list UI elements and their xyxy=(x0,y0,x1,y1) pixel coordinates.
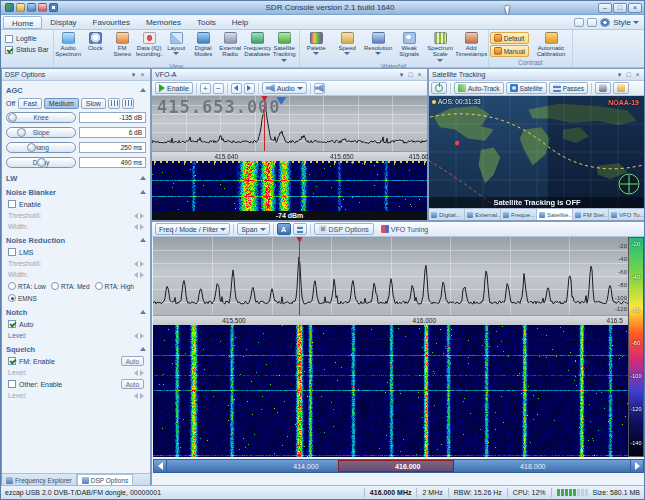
notch-auto-row[interactable]: Auto xyxy=(2,318,150,330)
slope-slider[interactable]: Slope xyxy=(6,127,76,138)
span-dropdown[interactable]: Span xyxy=(237,223,269,235)
zoom-out-button[interactable]: − xyxy=(213,83,224,94)
contrast-default-button[interactable]: Default xyxy=(490,32,529,44)
tab-satellite[interactable]: Satellite... xyxy=(537,209,573,220)
snapshot-button[interactable] xyxy=(595,82,611,94)
nb-width-row[interactable]: Width: xyxy=(2,221,150,232)
resolution-button[interactable]: Resolution xyxy=(363,31,394,62)
nb-enable-checkbox[interactable] xyxy=(8,200,16,208)
window-layout-icon[interactable] xyxy=(574,18,584,27)
scroll-left-button[interactable] xyxy=(153,459,167,473)
tab-frequency[interactable]: Freque... xyxy=(501,209,537,220)
satellite-tracking-button[interactable]: Satellite Tracking xyxy=(271,31,298,62)
stepper-icons[interactable] xyxy=(134,272,144,278)
other-enable-checkbox[interactable] xyxy=(8,380,16,388)
delay-value-box[interactable]: 490 ms xyxy=(79,157,146,168)
help-icon[interactable] xyxy=(49,3,58,12)
folder-button[interactable] xyxy=(613,82,629,94)
squelch-section-header[interactable]: Squelch xyxy=(2,343,150,355)
contrast-manual-button[interactable]: Manual xyxy=(490,45,529,57)
add-timestamps-button[interactable]: Add Timestamps xyxy=(456,31,487,62)
logfile-toggle[interactable]: Logfile xyxy=(5,35,49,43)
passes-button[interactable]: Passes xyxy=(549,82,588,94)
scroll-right-button[interactable] xyxy=(630,459,644,473)
collapse-icon[interactable] xyxy=(140,310,146,314)
nb-enable-row[interactable]: Enable xyxy=(2,198,150,210)
close-button[interactable]: × xyxy=(628,3,642,13)
satellite-select-button[interactable]: Satellite xyxy=(506,82,547,94)
automatic-calibration-button[interactable]: Automatic Calibration xyxy=(531,31,571,58)
agc-graph-icon-button[interactable] xyxy=(122,98,134,109)
spectrum-scale-button[interactable]: Spectrum Scale xyxy=(425,31,456,62)
agc-slow-button[interactable]: Slow xyxy=(81,98,106,109)
vfo-spectrum[interactable] xyxy=(152,96,427,151)
nr-width-row[interactable]: Width: xyxy=(2,269,150,280)
step-up-button[interactable] xyxy=(244,83,255,94)
stepper-icons[interactable] xyxy=(134,333,144,339)
panel-close-icon[interactable]: × xyxy=(138,70,147,79)
nb-threshold-row[interactable]: Threshold: xyxy=(2,210,150,221)
window-restore-icon[interactable] xyxy=(587,18,597,27)
nr-lms-row[interactable]: LMS xyxy=(2,246,150,258)
tab-external[interactable]: External... xyxy=(465,209,501,220)
palette-button[interactable]: Palette xyxy=(301,31,332,62)
stepper-icons[interactable] xyxy=(134,224,144,230)
tab-vfo-tuning[interactable]: VFO Tu... xyxy=(609,209,645,220)
style-dropdown[interactable]: Style xyxy=(613,18,639,27)
auto-track-button[interactable]: Auto-Track xyxy=(454,82,504,94)
tab-digital[interactable]: Digital... xyxy=(429,209,465,220)
audio-spectrum-button[interactable]: Audio Spectrum xyxy=(55,31,82,62)
weak-signals-button[interactable]: Weak Signals xyxy=(394,31,425,62)
notch-section-header[interactable]: Notch xyxy=(2,306,150,318)
other-auto-button[interactable]: Auto xyxy=(121,379,144,389)
slider-knob[interactable] xyxy=(37,158,46,167)
digital-modes-button[interactable]: Digital Modes xyxy=(190,31,217,62)
minimize-button[interactable]: – xyxy=(598,3,612,13)
vfo-waterfall[interactable] xyxy=(152,161,427,211)
stepper-icons[interactable] xyxy=(134,393,144,399)
mute-button[interactable] xyxy=(314,83,325,94)
iq-recording-button[interactable]: Data (IQ) Recording... xyxy=(136,31,163,62)
tab-memories[interactable]: Memories xyxy=(138,16,189,29)
slider-knob[interactable] xyxy=(27,143,36,152)
slope-value-box[interactable]: 6 dB xyxy=(79,127,146,138)
agc-section-header[interactable]: AGC xyxy=(2,84,150,96)
slider-knob[interactable] xyxy=(17,128,26,137)
save-icon[interactable] xyxy=(27,3,36,12)
lms-checkbox[interactable] xyxy=(8,248,16,256)
statusbar-checkbox[interactable] xyxy=(5,46,13,54)
panel-float-icon[interactable]: □ xyxy=(624,70,633,79)
stepper-icons[interactable] xyxy=(134,261,144,267)
main-spectrum[interactable] xyxy=(153,237,629,315)
vfo-enable-button[interactable]: Enable xyxy=(155,82,193,94)
panel-menu-icon[interactable]: ▾ xyxy=(615,70,624,79)
a-vfo-button[interactable]: A xyxy=(277,223,291,235)
vfo-tuning-tab-button[interactable]: VFO Tuning xyxy=(376,223,433,235)
slider-knob[interactable] xyxy=(8,113,17,122)
step-down-button[interactable] xyxy=(231,83,242,94)
frequency-database-button[interactable]: Frequency Database xyxy=(244,31,271,62)
panel-menu-icon[interactable]: ▾ xyxy=(129,70,138,79)
grid-view-button[interactable] xyxy=(293,223,307,235)
collapse-icon[interactable] xyxy=(140,238,146,242)
audio-dropdown[interactable]: Audio xyxy=(262,82,307,94)
collapse-icon[interactable] xyxy=(140,176,146,180)
emns-radio-row[interactable]: EMNS xyxy=(2,292,150,304)
rta-med-radio[interactable]: RTA: Med xyxy=(51,282,90,290)
maximize-button[interactable]: □ xyxy=(613,3,627,13)
logfile-checkbox[interactable] xyxy=(5,35,13,43)
emns-radio[interactable] xyxy=(8,294,16,302)
collapse-icon[interactable] xyxy=(140,190,146,194)
hang-value-box[interactable]: 250 ms xyxy=(79,142,146,153)
squelch-other-row[interactable]: Other: Enable Auto xyxy=(2,378,150,390)
agc-medium-button[interactable]: Medium xyxy=(44,98,79,109)
agc-fast-button[interactable]: Fast xyxy=(18,98,42,109)
collapse-icon[interactable] xyxy=(140,347,146,351)
satellite-map[interactable]: AOS: 00:31:33 NOAA-19 Satellite Tracking… xyxy=(429,96,645,208)
tab-tools[interactable]: Tools xyxy=(189,16,224,29)
hang-slider[interactable]: Hang xyxy=(6,142,76,153)
statusbar-toggle[interactable]: Status Bar xyxy=(5,46,49,54)
noise-reduction-section-header[interactable]: Noise Reduction xyxy=(2,234,150,246)
notch-level-row[interactable]: Level: xyxy=(2,330,150,341)
noise-blanker-section-header[interactable]: Noise Blanker xyxy=(2,186,150,198)
